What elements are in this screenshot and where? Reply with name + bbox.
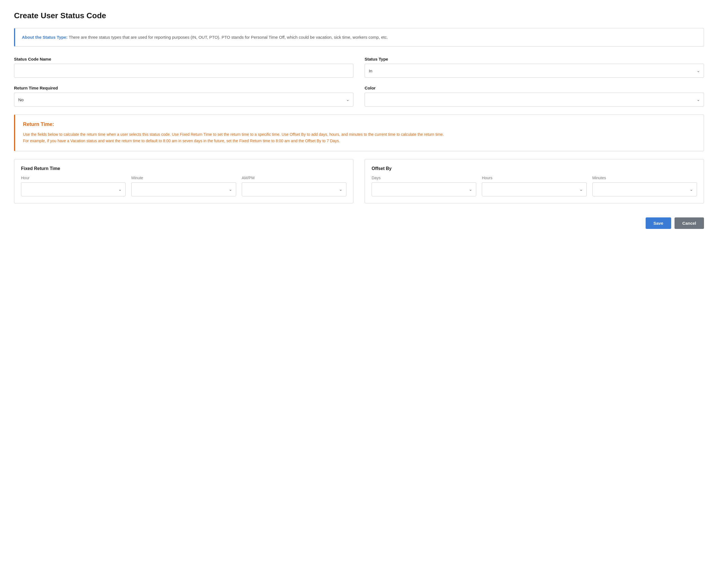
save-button[interactable]: Save [646, 217, 671, 229]
status-type-select-wrapper: In Out PTO ⌄ [365, 64, 704, 78]
minute-select[interactable] [131, 182, 236, 196]
fixed-return-time-box: Fixed Return Time Hour ⌄ Minute ⌄ [14, 159, 353, 203]
hours-select[interactable] [482, 182, 587, 196]
warning-box: Return Time: Use the fields below to cal… [14, 114, 704, 151]
offset-by-fields: Days ⌄ Hours ⌄ Minutes [372, 175, 697, 196]
minute-field: Minute ⌄ [131, 175, 236, 196]
days-field: Days ⌄ [372, 175, 476, 196]
status-type-group: Status Type In Out PTO ⌄ [365, 57, 704, 78]
ampm-label: AM/PM [242, 175, 346, 180]
minute-label: Minute [131, 175, 236, 180]
return-time-required-label: Return Time Required [14, 86, 353, 90]
color-group: Color ⌄ [365, 86, 704, 107]
warning-box-text1: Use the fields below to calculate the re… [23, 131, 696, 138]
days-select[interactable] [372, 182, 476, 196]
form-row-1: Status Code Name Status Type In Out PTO … [14, 57, 704, 78]
hours-label: Hours [482, 175, 587, 180]
hour-label: Hour [21, 175, 126, 180]
minutes-select[interactable] [592, 182, 697, 196]
days-label: Days [372, 175, 476, 180]
warning-box-text2: For example, if you have a Vacation stat… [23, 138, 696, 144]
return-time-required-select[interactable]: No Yes [14, 92, 353, 107]
color-label: Color [365, 86, 704, 90]
fixed-return-time-fields: Hour ⌄ Minute ⌄ AM/PM [21, 175, 346, 196]
hour-select[interactable] [21, 182, 126, 196]
hours-select-wrapper: ⌄ [482, 182, 587, 196]
cancel-button[interactable]: Cancel [675, 217, 704, 229]
status-type-label: Status Type [365, 57, 704, 61]
status-code-name-group: Status Code Name [14, 57, 353, 78]
info-box-label: About the Status Type: [22, 35, 68, 40]
hour-field: Hour ⌄ [21, 175, 126, 196]
minutes-select-wrapper: ⌄ [592, 182, 697, 196]
hour-select-wrapper: ⌄ [21, 182, 126, 196]
hours-field: Hours ⌄ [482, 175, 587, 196]
color-select-wrapper: ⌄ [365, 92, 704, 107]
status-type-select[interactable]: In Out PTO [365, 64, 704, 78]
ampm-field: AM/PM AM PM ⌄ [242, 175, 346, 196]
form-row-2: Return Time Required No Yes ⌄ Color ⌄ [14, 86, 704, 107]
page-title: Create User Status Code [14, 11, 704, 20]
footer-buttons: Save Cancel [14, 215, 704, 229]
offset-by-title: Offset By [372, 166, 697, 171]
time-sections: Fixed Return Time Hour ⌄ Minute ⌄ [14, 159, 704, 203]
fixed-return-time-title: Fixed Return Time [21, 166, 346, 171]
days-select-wrapper: ⌄ [372, 182, 476, 196]
status-code-name-label: Status Code Name [14, 57, 353, 61]
minutes-label: Minutes [592, 175, 697, 180]
offset-by-box: Offset By Days ⌄ Hours ⌄ [365, 159, 704, 203]
info-box-text: There are three status types that are us… [69, 35, 388, 40]
ampm-select[interactable]: AM PM [242, 182, 346, 196]
return-time-required-group: Return Time Required No Yes ⌄ [14, 86, 353, 107]
info-box: About the Status Type: There are three s… [14, 28, 704, 46]
status-code-name-input[interactable] [14, 64, 353, 78]
ampm-select-wrapper: AM PM ⌄ [242, 182, 346, 196]
color-select[interactable] [365, 92, 704, 107]
minute-select-wrapper: ⌄ [131, 182, 236, 196]
warning-box-title: Return Time: [23, 122, 696, 127]
minutes-field: Minutes ⌄ [592, 175, 697, 196]
return-time-required-select-wrapper: No Yes ⌄ [14, 92, 353, 107]
